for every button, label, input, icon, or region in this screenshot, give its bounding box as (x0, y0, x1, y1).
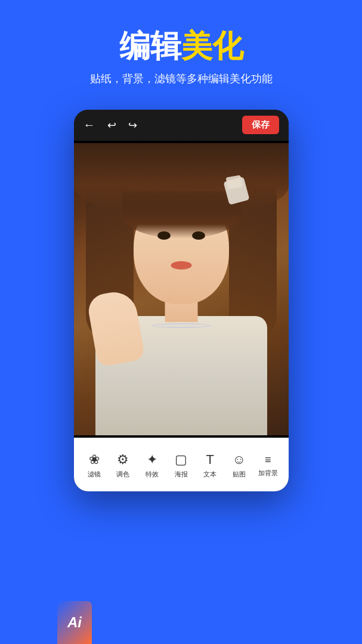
redo-icon[interactable]: ↪ (128, 119, 137, 132)
phone-toolbar: ❀ 滤镜 ⚙ 调色 ✦ 特效 ▢ 海报 T 文本 ☺ 贴图 (74, 438, 289, 491)
phone-topbar: ← ↩ ↪ 保存 (74, 110, 289, 141)
toolbar-item-color[interactable]: ⚙ 调色 (109, 452, 138, 479)
heading-area: 编辑美化 贴纸，背景，滤镜等多种编辑美化功能 (0, 29, 362, 86)
poster-icon: ▢ (175, 452, 187, 467)
page-wrapper: 编辑美化 贴纸，背景，滤镜等多种编辑美化功能 ← ↩ ↪ 保存 (0, 0, 362, 644)
eye-left (157, 231, 171, 240)
photo-editing-area (74, 141, 289, 438)
undo-icon[interactable]: ↩ (107, 119, 116, 132)
filter-icon: ❀ (89, 452, 100, 467)
background-icon: ≡ (265, 454, 271, 466)
color-icon: ⚙ (117, 452, 129, 467)
toolbar-item-filter[interactable]: ❀ 滤镜 (80, 452, 109, 479)
portrait-image (74, 143, 289, 435)
sticker-label: 贴图 (233, 470, 246, 479)
necklace (151, 323, 211, 328)
main-title: 编辑美化 (12, 29, 350, 64)
sticker-icon: ☺ (232, 452, 245, 467)
eye-right (192, 231, 205, 240)
effects-icon: ✦ (147, 452, 157, 467)
ai-label: Ai (67, 614, 82, 631)
toolbar-item-text[interactable]: T 文本 (196, 452, 225, 479)
back-arrow-icon[interactable]: ← (83, 118, 95, 132)
background-label: 加背景 (258, 469, 278, 478)
lips (171, 261, 191, 270)
text-label: 文本 (203, 470, 216, 479)
subtitle: 贴纸，背景，滤镜等多种编辑美化功能 (12, 72, 350, 86)
title-yellow: 美化 (181, 29, 243, 63)
filter-label: 滤镜 (88, 470, 101, 479)
toolbar-item-sticker[interactable]: ☺ 贴图 (224, 452, 253, 479)
phone-mockup: ← ↩ ↪ 保存 (74, 110, 289, 491)
save-button[interactable]: 保存 (242, 116, 279, 134)
hair-top (74, 143, 289, 215)
poster-label: 海报 (175, 470, 188, 479)
title-white: 编辑 (119, 29, 181, 63)
toolbar-item-poster[interactable]: ▢ 海报 (166, 452, 196, 479)
color-label: 调色 (116, 470, 129, 479)
toolbar-item-effects[interactable]: ✦ 特效 (138, 452, 167, 479)
effects-label: 特效 (146, 470, 159, 479)
text-icon: T (206, 452, 214, 467)
toolbar-item-background[interactable]: ≡ 加背景 (253, 454, 283, 478)
ai-badge[interactable]: Ai (57, 601, 92, 644)
